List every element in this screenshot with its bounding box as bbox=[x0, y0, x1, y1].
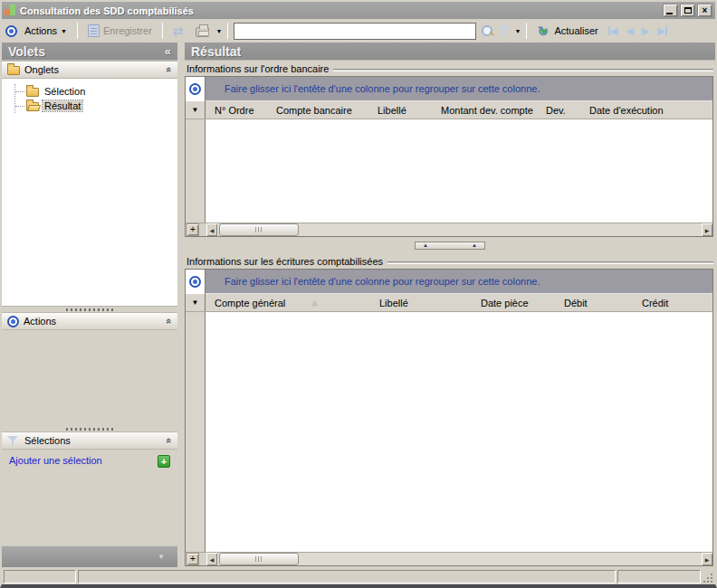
column-header[interactable]: Date pièce bbox=[472, 294, 555, 311]
actions-menu-button[interactable]: Actions ▼ bbox=[20, 24, 72, 38]
add-selection-link[interactable]: Ajouter une sélection bbox=[9, 455, 102, 466]
scrollbar-track[interactable] bbox=[217, 223, 702, 236]
sidebar-section-selections[interactable]: Sélections « bbox=[2, 432, 177, 450]
chevron-up-icon[interactable]: « bbox=[164, 318, 175, 324]
scrollbar-thumb[interactable] bbox=[219, 223, 299, 236]
printer-icon bbox=[196, 27, 209, 37]
folder-icon bbox=[26, 88, 39, 97]
actions-menu-label: Actions bbox=[24, 25, 57, 36]
grids-splitter[interactable]: ▲ ▲ bbox=[185, 237, 715, 253]
status-bar bbox=[2, 568, 715, 584]
tree-item-label: Sélection bbox=[43, 86, 87, 97]
scrollbar-track[interactable] bbox=[217, 553, 702, 565]
chevron-up-icon[interactable]: « bbox=[164, 67, 175, 72]
column-header[interactable]: N° Ordre bbox=[206, 101, 267, 119]
chevron-down-icon: ▼ bbox=[61, 28, 67, 34]
minimize-button[interactable] bbox=[663, 4, 678, 17]
scroll-right-button[interactable]: ▶ bbox=[702, 553, 712, 565]
main-header: Résultat bbox=[185, 43, 715, 61]
sidebar-section-actions[interactable]: Actions « bbox=[2, 312, 177, 330]
orders-header-row: ▼ N° Ordre Compte bancaire Libellé Monta… bbox=[186, 101, 712, 119]
entries-grid: Faire glisser ici l'entête d'une colonne… bbox=[185, 269, 713, 566]
sidebar: Volets « Onglets « Sélection bbox=[2, 43, 177, 567]
filter-dropdown-arrow[interactable]: ▼ bbox=[514, 28, 521, 34]
filter-icon[interactable] bbox=[499, 24, 511, 37]
entries-grid-body[interactable] bbox=[186, 312, 712, 552]
open-folder-icon bbox=[26, 102, 39, 111]
scroll-left-button[interactable]: ◀ bbox=[206, 223, 217, 236]
maximize-button[interactable] bbox=[680, 4, 695, 17]
nav-next-button[interactable]: ▶ bbox=[639, 24, 652, 38]
group-divider-line bbox=[333, 69, 713, 71]
toolbar: Actions ▼ Enregistrer ⇄ ▼ ▼ ↻ Actualiser… bbox=[2, 19, 715, 43]
scroll-left-button[interactable]: ◀ bbox=[206, 553, 217, 565]
column-header[interactable]: Libellé bbox=[370, 294, 472, 311]
last-icon: ▶ bbox=[657, 25, 664, 37]
indicator-arrow-icon: ▼ bbox=[192, 106, 199, 114]
column-header[interactable]: Dev. bbox=[537, 101, 580, 119]
orders-grid: Faire glisser ici l'entête d'une colonne… bbox=[185, 76, 713, 237]
actions-bullseye-icon bbox=[7, 316, 19, 327]
print-dropdown-arrow[interactable]: ▼ bbox=[216, 28, 223, 34]
nav-previous-button[interactable]: ◀ bbox=[623, 24, 636, 38]
title-bar: Consultation des SDD comptabilisés × bbox=[2, 2, 715, 19]
collapse-sidebar-icon[interactable]: « bbox=[165, 44, 171, 58]
column-header[interactable]: Crédit bbox=[633, 294, 712, 311]
column-header[interactable]: Compte bancaire bbox=[267, 101, 368, 119]
column-header[interactable]: Date d'exécution bbox=[580, 101, 712, 119]
nav-last-button[interactable]: ▶ bbox=[655, 24, 669, 38]
entries-header-row: ▼ Compte général ▲ Libellé Date pièce Dé… bbox=[186, 294, 712, 312]
chevron-down-icon[interactable]: ▼ bbox=[158, 553, 165, 561]
sidebar-title: Volets bbox=[8, 44, 45, 59]
selections-section-body: Ajouter une sélection + bbox=[2, 450, 177, 545]
column-header[interactable]: Montant dev. compte bbox=[432, 101, 537, 119]
section-actions-label: Actions bbox=[24, 316, 56, 327]
nav-first-button[interactable]: ◀ bbox=[606, 24, 620, 38]
tree-item-selection[interactable]: Sélection bbox=[15, 84, 177, 99]
save-icon bbox=[88, 24, 100, 37]
column-header[interactable]: Libellé bbox=[368, 101, 432, 119]
resize-grip[interactable] bbox=[703, 570, 713, 583]
add-row-button[interactable]: + bbox=[186, 553, 199, 565]
horizontal-scrollbar[interactable]: ◀ ▶ bbox=[206, 223, 712, 236]
previous-icon: ◀ bbox=[626, 25, 633, 37]
row-indicator-column[interactable]: ▼ bbox=[186, 294, 206, 311]
status-section-right bbox=[617, 570, 701, 583]
tabs-tree: Sélection Résultat bbox=[2, 79, 177, 307]
add-selection-button[interactable]: + bbox=[158, 455, 170, 468]
grid-bullseye-icon bbox=[189, 276, 201, 288]
column-header[interactable]: Débit bbox=[555, 294, 633, 311]
orders-group-by-bar[interactable]: Faire glisser ici l'entête d'une colonne… bbox=[206, 77, 712, 101]
next-icon: ▶ bbox=[642, 25, 649, 37]
main-title: Résultat bbox=[191, 44, 241, 59]
search-input[interactable] bbox=[234, 23, 476, 40]
section-onglets-label: Onglets bbox=[24, 64, 59, 75]
search-icon[interactable] bbox=[481, 24, 494, 38]
save-button[interactable]: Enregistrer bbox=[83, 23, 157, 39]
tree-item-resultat[interactable]: Résultat bbox=[15, 99, 177, 113]
group-by-hint: Faire glisser ici l'entête d'une colonne… bbox=[225, 276, 540, 287]
entries-group-by-bar[interactable]: Faire glisser ici l'entête d'une colonne… bbox=[206, 270, 712, 294]
print-button[interactable] bbox=[191, 23, 214, 39]
scrollbar-thumb[interactable] bbox=[219, 553, 299, 565]
status-section-left bbox=[4, 570, 76, 583]
orders-grid-body[interactable] bbox=[186, 119, 712, 223]
status-section-center bbox=[78, 570, 616, 583]
column-header-label: Compte général bbox=[215, 298, 285, 308]
refresh-icon: ↻ bbox=[537, 24, 550, 38]
refresh-button[interactable]: ↻ Actualiser bbox=[532, 23, 602, 40]
actions-section-body bbox=[2, 330, 177, 426]
scroll-right-button[interactable]: ▶ bbox=[702, 223, 712, 236]
close-button[interactable]: × bbox=[697, 4, 712, 17]
sidebar-options-bar[interactable]: ▼ bbox=[2, 545, 177, 567]
content-area: Volets « Onglets « Sélection bbox=[2, 43, 715, 568]
add-row-button[interactable]: + bbox=[186, 223, 199, 236]
row-indicator-column[interactable]: ▼ bbox=[186, 101, 206, 119]
sidebar-section-onglets[interactable]: Onglets « bbox=[2, 61, 177, 79]
column-header[interactable]: Compte général ▲ bbox=[206, 294, 370, 311]
splitter-collapse-button[interactable]: ▲ ▲ bbox=[415, 242, 485, 250]
horizontal-scrollbar[interactable]: ◀ ▶ bbox=[206, 553, 712, 565]
chevron-up-icon[interactable]: « bbox=[164, 438, 175, 443]
sync-button[interactable]: ⇄ bbox=[168, 23, 188, 39]
entries-group-label: Informations sur les écritures comptabil… bbox=[185, 253, 715, 269]
